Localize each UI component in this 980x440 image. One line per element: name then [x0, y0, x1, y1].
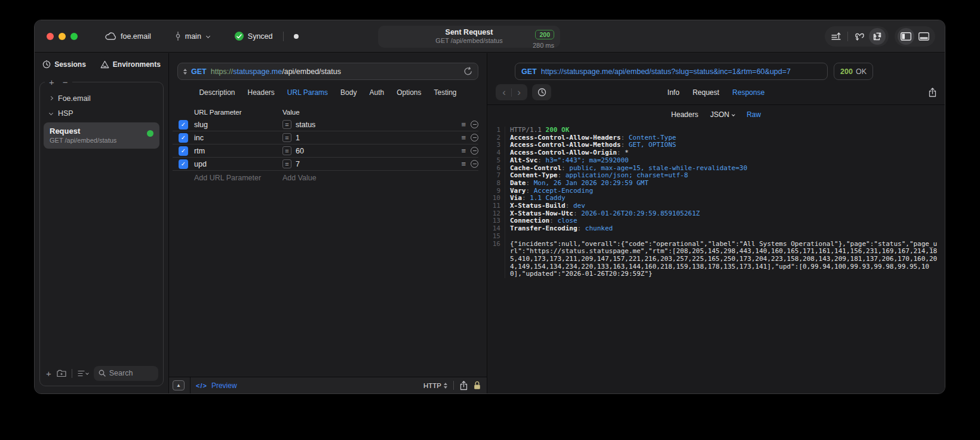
subtab-raw[interactable]: Raw	[746, 110, 761, 119]
add-param-name-field[interactable]: Add URL Parameter	[194, 174, 282, 182]
sidebar: Sessions Environments + − Foe	[35, 53, 168, 393]
collapse-panel-icon[interactable]: ▲	[173, 380, 185, 390]
param-value-field[interactable]: 60	[296, 147, 304, 155]
url-param-table: URL Parameter Value ✓ slug = status ≡ ✓ …	[169, 106, 487, 185]
response-line: 14 Transfer-Encoding: chunked	[487, 225, 945, 233]
request-url[interactable]: https://statuspage.me/api/embed/status	[211, 67, 341, 76]
forward-icon[interactable]: ›	[512, 85, 526, 100]
param-name-field[interactable]: slug	[194, 121, 282, 129]
equals-icon: =	[282, 120, 291, 129]
response-status-code: 200	[840, 67, 853, 76]
chevron-down-icon[interactable]	[207, 35, 210, 38]
disclosure-chevron-icon[interactable]	[49, 96, 53, 100]
sidebar-item-request[interactable]: Request GET /api/embed/status	[44, 122, 159, 149]
tab-auth[interactable]: Auth	[369, 88, 384, 97]
equals-icon: =	[282, 146, 291, 155]
share-icon[interactable]	[460, 381, 468, 390]
response-code[interactable]: 1 HTTP/1.1 200 OK 2 Access-Control-Allow…	[487, 124, 945, 393]
tab-body[interactable]: Body	[340, 88, 357, 97]
disclosure-chevron-icon[interactable]	[49, 111, 53, 115]
sync-status-label[interactable]: Synced	[248, 32, 273, 41]
request-url-bar[interactable]: GET https://statuspage.me/api/embed/stat…	[177, 63, 478, 80]
param-value-field[interactable]: 7	[296, 160, 300, 168]
method-stepper-icon[interactable]	[183, 69, 187, 75]
back-icon[interactable]: ‹	[497, 85, 511, 100]
row-drag-icon[interactable]: ≡	[461, 120, 466, 129]
param-value-field[interactable]: status	[296, 121, 315, 129]
titlebar: foe.email main Synced Sent Request GET /…	[35, 20, 945, 53]
sent-request-pill[interactable]: Sent Request GET /api/embed/status 200 2…	[378, 26, 560, 48]
zoom-window-button[interactable]	[70, 33, 78, 40]
project-group: foe.email main Synced	[105, 32, 299, 41]
param-rows: ✓ slug = status ≡ ✓ inc = 1 ≡ ✓ rtm = 60…	[169, 118, 487, 171]
row-drag-icon[interactable]: ≡	[461, 159, 466, 168]
response-method: GET	[521, 67, 537, 76]
add-session-icon[interactable]: +	[49, 77, 54, 87]
sync-requests-icon[interactable]	[869, 28, 886, 45]
protocol-stepper-icon	[444, 383, 447, 389]
row-drag-icon[interactable]: ≡	[461, 133, 466, 142]
param-row: ✓ rtm = 60 ≡	[173, 144, 478, 158]
tab-sessions[interactable]: Sessions	[42, 60, 86, 69]
branch-icon	[175, 32, 181, 41]
response-status-text: OK	[856, 67, 867, 76]
param-name-field[interactable]: rtm	[194, 147, 282, 155]
remove-session-icon[interactable]: −	[63, 77, 68, 87]
param-checkbox[interactable]: ✓	[179, 133, 188, 143]
tab-environments[interactable]: Environments	[100, 60, 161, 69]
param-name-field[interactable]: inc	[194, 134, 282, 142]
minimize-window-button[interactable]	[59, 33, 66, 40]
preview-button[interactable]: </> Preview	[196, 381, 237, 390]
tab-description[interactable]: Description	[199, 88, 235, 97]
tree-group-foe-email[interactable]: Foe.email	[40, 91, 163, 106]
protocol-select[interactable]: HTTP	[423, 382, 447, 389]
subtab-json[interactable]: JSON	[710, 110, 735, 119]
request-method[interactable]: GET	[191, 67, 207, 76]
param-checkbox[interactable]: ✓	[179, 146, 188, 156]
request-panel-footer: ▲ </> Preview HTTP	[169, 377, 487, 393]
row-remove-icon[interactable]	[471, 121, 478, 128]
tab-info[interactable]: Info	[668, 88, 680, 97]
project-name[interactable]: foe.email	[121, 32, 151, 41]
sessions-panel: + − Foe.email HSP Request GET /api/embed…	[39, 82, 164, 386]
param-row: ✓ inc = 1 ≡	[173, 131, 478, 144]
param-checkbox[interactable]: ✓	[179, 120, 188, 130]
add-param-value-field[interactable]: Add Value	[282, 174, 452, 182]
export-icon[interactable]	[929, 88, 936, 97]
tab-url-params[interactable]: URL Params	[287, 88, 328, 97]
branch-name[interactable]: main	[185, 32, 201, 41]
tab-headers[interactable]: Headers	[247, 88, 274, 97]
row-remove-icon[interactable]	[471, 160, 478, 168]
column-header-value: Value	[282, 109, 452, 116]
toggle-sidebar-icon[interactable]	[898, 28, 914, 45]
param-row: ✓ slug = status ≡	[173, 118, 478, 131]
search-input[interactable]	[109, 369, 153, 377]
toggle-bottom-panel-icon[interactable]	[916, 28, 932, 45]
new-folder-icon[interactable]	[57, 370, 66, 377]
code-icon: </>	[196, 382, 207, 389]
unsaved-status-dot	[294, 34, 299, 39]
subtab-headers[interactable]: Headers	[671, 110, 698, 119]
merge-branch-icon[interactable]	[851, 28, 868, 45]
list-options-icon[interactable]	[78, 370, 88, 377]
tab-request[interactable]: Request	[693, 88, 720, 97]
tab-response[interactable]: Response	[732, 88, 764, 97]
param-checkbox[interactable]: ✓	[179, 159, 188, 169]
tab-testing[interactable]: Testing	[434, 88, 457, 97]
row-remove-icon[interactable]	[471, 134, 478, 141]
history-clock-icon[interactable]	[532, 84, 551, 100]
param-name-field[interactable]: upd	[194, 160, 282, 168]
reorder-requests-icon[interactable]	[828, 28, 844, 45]
param-row: ✓ upd = 7 ≡	[173, 158, 478, 171]
lock-icon[interactable]	[474, 381, 481, 390]
tree-group-hsp[interactable]: HSP	[40, 106, 163, 121]
refresh-icon[interactable]	[464, 67, 472, 76]
response-url-box[interactable]: GET https://statuspage.me/api/embed/stat…	[515, 63, 828, 80]
sidebar-search[interactable]	[94, 366, 158, 381]
row-remove-icon[interactable]	[471, 147, 478, 155]
param-value-field[interactable]: 1	[296, 134, 300, 142]
close-window-button[interactable]	[47, 33, 54, 40]
add-request-icon[interactable]: +	[46, 368, 51, 379]
tab-options[interactable]: Options	[397, 88, 421, 97]
row-drag-icon[interactable]: ≡	[461, 146, 466, 155]
